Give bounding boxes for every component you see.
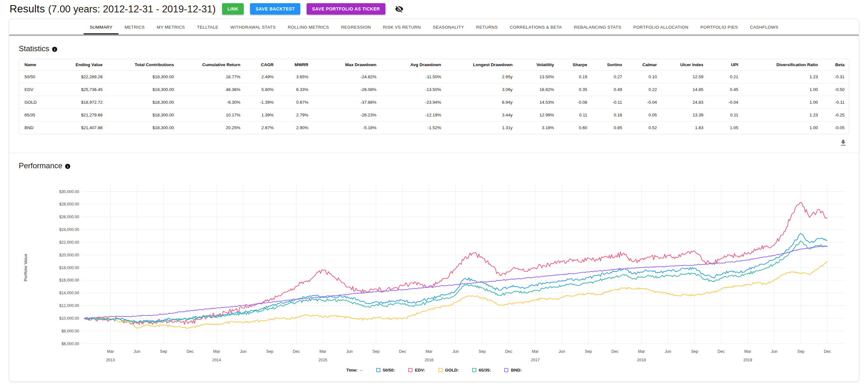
eye-off-icon [395, 5, 403, 13]
tab-seasonality[interactable]: SEASONALITY [427, 20, 470, 34]
legend-color-box [376, 368, 380, 372]
x-axis-year-label: 2013 [106, 358, 115, 362]
table-cell: 1.83 [661, 121, 708, 134]
table-cell: EDV [19, 83, 57, 96]
x-axis-tick-label: Sep [160, 349, 167, 354]
table-cell: 13.50% [517, 71, 559, 83]
table-cell: 18.82% [517, 83, 559, 96]
table-cell: $22,289.28 [57, 71, 107, 83]
table-cell: 1.23 [743, 109, 823, 121]
column-header-diversification-ratio: Diversification Ratio [743, 59, 823, 71]
legend-item-label: 65/35: [479, 368, 491, 372]
x-axis-tick-label: Mar [107, 349, 114, 354]
legend-item-label: BND: [511, 368, 522, 372]
download-table-button[interactable] [838, 137, 848, 148]
table-cell: 0.22 [626, 83, 661, 96]
statistics-table: NameEnding ValueTotal ContributionsCumul… [19, 59, 849, 134]
tab-rebalancing-stats[interactable]: REBALANCING STATS [568, 20, 627, 34]
table-cell: 12.99% [517, 109, 559, 121]
table-cell: $21,279.68 [57, 109, 107, 121]
table-cell: -13.50% [381, 83, 446, 96]
column-header-volatility: Volatility [517, 59, 559, 71]
legend-item-label: 50/50: [383, 368, 395, 372]
tab-risk-vs-return[interactable]: RISK VS RETURN [377, 20, 427, 34]
legend-color-box [438, 368, 442, 372]
column-header-max-drawdown: Max Drawdown [313, 59, 381, 71]
info-icon[interactable]: i [65, 164, 70, 169]
x-axis-tick-label: Dec [718, 349, 725, 354]
table-row-gold: GOLD$18,972.72$18,300.00-9.30%-1.39%0.67… [19, 96, 849, 109]
tab-portfolio-pies[interactable]: PORTFOLIO PIES [694, 20, 744, 34]
table-cell: -0.04 [626, 96, 661, 109]
link-button[interactable]: LINK [222, 3, 244, 15]
tab-rolling-metrics[interactable]: ROLLING METRICS [282, 20, 335, 34]
tab-portfolio-allocation[interactable]: PORTFOLIO ALLOCATION [627, 20, 694, 34]
x-axis-tick-label: Jun [453, 349, 459, 354]
table-cell: $18,300.00 [107, 121, 179, 134]
tab-scrollbar[interactable] [9, 34, 859, 36]
table-cell: -0.31 [822, 71, 849, 83]
y-axis-tick-label: $10,000.00 [59, 316, 79, 321]
x-axis-year-label: 2016 [425, 358, 434, 362]
x-axis-tick-label: Jun [346, 349, 353, 354]
performance-heading: Performance i [19, 161, 849, 170]
table-cell: $18,300.00 [107, 83, 179, 96]
legend-item-50-50[interactable]: 50/50: [376, 368, 395, 372]
y-axis-tick-label: $14,000.00 [59, 291, 79, 295]
x-axis-tick-label: Jun [771, 349, 777, 354]
tab-regression[interactable]: REGRESSION [335, 20, 377, 34]
table-cell: -0.08 [559, 96, 592, 109]
save-backtest-button[interactable]: SAVE BACKTEST [250, 3, 300, 15]
y-axis-tick-label: $26,000.00 [59, 215, 79, 219]
table-cell: 14.53% [517, 96, 559, 109]
table-cell: -26.08% [313, 83, 381, 96]
legend-item-gold[interactable]: GOLD: [438, 368, 459, 372]
legend-item-bnd[interactable]: BND: [504, 368, 522, 372]
tab-summary[interactable]: SUMMARY [84, 20, 119, 34]
info-icon[interactable]: i [52, 47, 57, 52]
table-cell: 3.18% [517, 121, 559, 134]
column-header-total-contributions: Total Contributions [107, 59, 179, 71]
x-axis-tick-label: Sep [372, 349, 379, 354]
table-cell: 0.16 [592, 109, 626, 121]
tab-my-metrics[interactable]: MY METRICS [151, 20, 191, 34]
table-cell: 13.39 [661, 109, 708, 121]
y-axis-tick-label: $20,000.00 [59, 253, 79, 257]
table-cell: 1.00 [743, 96, 823, 109]
x-axis-tick-label: Sep [266, 349, 273, 354]
tab-telltale[interactable]: TELLTALE [191, 20, 224, 34]
x-axis-year-label: 2014 [212, 358, 221, 362]
x-axis-tick-label: Dec [292, 349, 300, 354]
visibility-toggle-button[interactable] [394, 3, 405, 15]
page-header: Results (7.00 years: 2012-12-31 - 2019-1… [0, 0, 868, 18]
column-header-calmar: Calmar [626, 59, 661, 71]
legend-item-edv[interactable]: EDV: [408, 368, 425, 372]
column-header-ending-value: Ending Value [57, 59, 107, 71]
x-axis-tick-label: Mar [744, 349, 751, 354]
column-header-ulcer-index: Ulcer Index [661, 59, 708, 71]
table-cell: 20.25% [178, 121, 245, 134]
table-cell: $25,736.45 [57, 83, 107, 96]
tab-correlations-beta[interactable]: CORRELATIONS & BETA [504, 20, 568, 34]
x-axis-tick-label: Dec [505, 349, 512, 354]
legend-time-value: -- [360, 368, 363, 372]
performance-chart[interactable]: $30,000.00$28,000.00$26,000.00$24,000.00… [19, 176, 849, 372]
x-axis-tick-label: Dec [824, 349, 831, 354]
table-cell: 0.35 [559, 83, 592, 96]
chart-legend: Time:-- 50/50:EDV:GOLD:65/35:BND: [19, 368, 849, 372]
table-cell: -0.05 [822, 121, 849, 134]
performance-chart-canvas[interactable]: $30,000.00$28,000.00$26,000.00$24,000.00… [19, 177, 850, 367]
tab-returns[interactable]: RETURNS [470, 20, 504, 34]
table-cell: -0.04 [708, 96, 743, 109]
table-cell: 0.10 [626, 71, 661, 83]
legend-item-65-35[interactable]: 65/35: [472, 368, 491, 372]
x-axis-year-label: 2017 [531, 358, 540, 362]
save-portfolio-as-ticker-button[interactable]: SAVE PORTFOLIO AS TICKER [307, 3, 385, 15]
tab-withdrawal-stats[interactable]: WITHDRAWAL STATS [224, 20, 281, 34]
tab-cashflows[interactable]: CASHFLOWS [744, 20, 784, 34]
section-divider [9, 153, 859, 153]
table-cell: $18,300.00 [107, 96, 179, 109]
legend-color-box [408, 368, 412, 372]
tab-metrics[interactable]: METRICS [119, 20, 151, 34]
column-header-longest-drawdown: Longest Drawdown [446, 59, 517, 71]
